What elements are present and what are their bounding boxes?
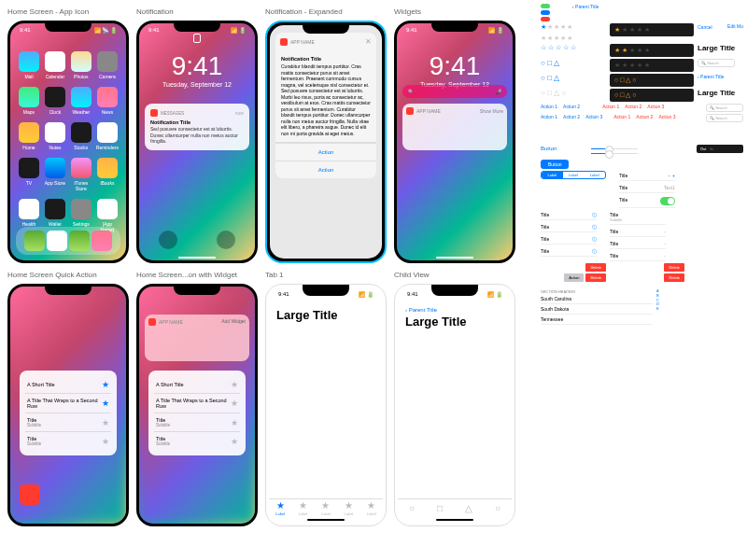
mic-icon[interactable]: 🎤 <box>495 89 501 95</box>
edit-link[interactable]: Edit Mo <box>727 23 743 29</box>
tab-item[interactable]: △ <box>465 503 472 513</box>
home-indicator[interactable] <box>178 257 216 259</box>
tab-item[interactable]: ★Label <box>321 500 331 516</box>
table-cell-info[interactable]: Titleⓘ <box>541 210 597 220</box>
tab-item[interactable]: ○ <box>495 503 500 513</box>
app-icon[interactable]: Stocks <box>70 122 92 150</box>
search-field[interactable]: 🔍 Search <box>706 104 743 112</box>
rating-dark[interactable]: ★★★★★ <box>610 23 694 36</box>
slider[interactable] <box>591 148 638 149</box>
toggle-switch[interactable] <box>660 197 675 205</box>
back-link[interactable]: ‹ Parent Title <box>572 4 743 9</box>
rating-control[interactable]: ★★★★★ <box>541 23 606 31</box>
info-icon[interactable]: ⓘ <box>592 236 597 242</box>
action-links[interactable]: Action 1Action 2Action 3 <box>541 114 602 119</box>
dock-app[interactable] <box>69 231 90 251</box>
dock-app[interactable] <box>47 231 67 251</box>
tab-item[interactable]: ○ <box>409 503 415 513</box>
button-link[interactable]: Button <box>541 146 557 151</box>
app-icon[interactable]: Reminders <box>96 122 119 150</box>
button-primary[interactable]: Button <box>541 160 569 169</box>
quick-action-item[interactable]: A Short Title★ <box>154 376 240 394</box>
app-icon[interactable]: Home <box>18 122 40 150</box>
flashlight-button[interactable] <box>159 231 177 249</box>
search-field[interactable]: 🔍 Search <box>706 114 743 122</box>
delete-button[interactable]: Delete <box>664 273 684 282</box>
tab-out[interactable]: Out <box>700 147 706 151</box>
home-indicator[interactable] <box>436 519 473 521</box>
quick-action-item[interactable]: A Title That Wraps to a Second Row★ <box>154 394 240 413</box>
tab-item[interactable]: ★Label <box>299 500 308 516</box>
rating-dark[interactable]: ★★★★★ <box>610 44 694 57</box>
app-icon[interactable]: App Store <box>44 158 66 191</box>
pill-red[interactable] <box>541 17 550 21</box>
table-cell-disclosure[interactable]: Title› <box>610 239 666 249</box>
action-links-red[interactable]: Action 1Action 2Action 3 <box>613 114 675 119</box>
app-icon[interactable]: TV <box>18 158 40 191</box>
table-cell[interactable]: TitleSubtitle <box>610 210 666 225</box>
tab-item[interactable]: ★Label <box>344 500 353 516</box>
table-cell-info[interactable]: Titleⓘ <box>541 234 597 245</box>
segmented-control[interactable]: LabelLabelLabel <box>541 171 606 179</box>
app-icon[interactable]: Maps <box>18 87 40 115</box>
tab-item[interactable]: ★Label <box>367 500 376 516</box>
search-bar[interactable]: 🔍🎤 <box>402 85 507 98</box>
app-icon[interactable]: Calendar <box>44 51 66 79</box>
home-indicator[interactable] <box>307 519 345 521</box>
table-cell[interactable]: TitleText1 <box>619 183 675 193</box>
info-icon[interactable]: ⓘ <box>592 212 597 217</box>
table-cell-info[interactable]: Titleⓘ <box>541 246 597 257</box>
notification-card[interactable]: MESSAGESnow Notification Title Sed posue… <box>145 104 249 150</box>
table-cell-disclosure[interactable]: Title› <box>610 251 666 261</box>
delete-button[interactable]: Delete <box>664 263 684 272</box>
list-item[interactable]: South Carolina <box>541 294 653 304</box>
app-icon[interactable]: Mail <box>18 51 40 79</box>
action-links-red[interactable]: Action 1Action 2Action 3 <box>602 104 664 109</box>
table-cell[interactable]: Title−+ <box>619 171 675 181</box>
notification-action[interactable]: Action <box>275 161 376 178</box>
source-app-icon[interactable] <box>20 484 40 505</box>
app-icon[interactable]: iTunes Store <box>70 158 92 191</box>
app-icon[interactable]: Weather <box>70 87 92 115</box>
show-more-link[interactable]: Show More <box>480 108 503 114</box>
quick-action-item[interactable]: TitleSubtitle★ <box>154 432 240 450</box>
app-icon[interactable]: News <box>96 87 119 115</box>
rating-control[interactable]: ★★★★★ <box>541 35 606 42</box>
action-button[interactable]: Action <box>564 273 584 282</box>
app-icon[interactable]: Notes <box>44 122 66 150</box>
search-field[interactable]: 🔍 Search <box>698 59 735 67</box>
tab-in[interactable]: In <box>710 147 712 151</box>
pill-blue[interactable] <box>541 10 550 15</box>
action-links[interactable]: Action 1Action 2 <box>541 104 580 109</box>
app-icon[interactable]: Clock <box>44 87 66 115</box>
quick-action-item[interactable]: A Title That Wraps to a Second Row★ <box>25 394 111 413</box>
quick-action-item[interactable]: TitleSubtitle★ <box>25 432 111 450</box>
back-link[interactable]: ‹ Parent Title <box>698 74 743 79</box>
quick-action-item[interactable]: TitleSubtitle★ <box>154 413 240 432</box>
notification-action[interactable]: Action <box>275 143 376 161</box>
quick-action-item[interactable]: TitleSubtitle★ <box>25 413 111 432</box>
table-cell[interactable]: Title <box>619 195 675 208</box>
slider[interactable] <box>591 153 638 154</box>
cancel-link[interactable]: Cancel <box>698 24 712 30</box>
app-icon[interactable]: Camera <box>96 51 119 79</box>
widget-card[interactable]: APP NAMEShow More <box>402 104 507 150</box>
info-icon[interactable]: ⓘ <box>592 224 597 230</box>
app-icon[interactable]: Photos <box>70 51 92 79</box>
list-item[interactable]: Tennessee <box>541 315 653 325</box>
tab-item[interactable]: □ <box>437 503 443 513</box>
rating-dark[interactable]: ★★★★★ <box>610 59 694 72</box>
add-widget-link[interactable]: Add Widget <box>221 318 246 326</box>
back-button[interactable]: ‹ Parent Title <box>405 307 437 313</box>
pill-green[interactable] <box>541 4 550 8</box>
table-cell-disclosure[interactable]: Title› <box>610 227 666 237</box>
table-cell-info[interactable]: Titleⓘ <box>541 222 597 232</box>
section-index[interactable]: ABCDE <box>656 289 659 312</box>
quick-action-item[interactable]: A Short Title★ <box>25 376 111 394</box>
delete-button[interactable]: Delete <box>585 273 606 282</box>
dock-app[interactable] <box>24 231 45 251</box>
home-indicator[interactable] <box>436 257 473 259</box>
list-item[interactable]: South Dakota <box>541 304 653 315</box>
tab-item[interactable]: ★Label <box>275 500 285 516</box>
dock-app[interactable] <box>92 231 112 251</box>
